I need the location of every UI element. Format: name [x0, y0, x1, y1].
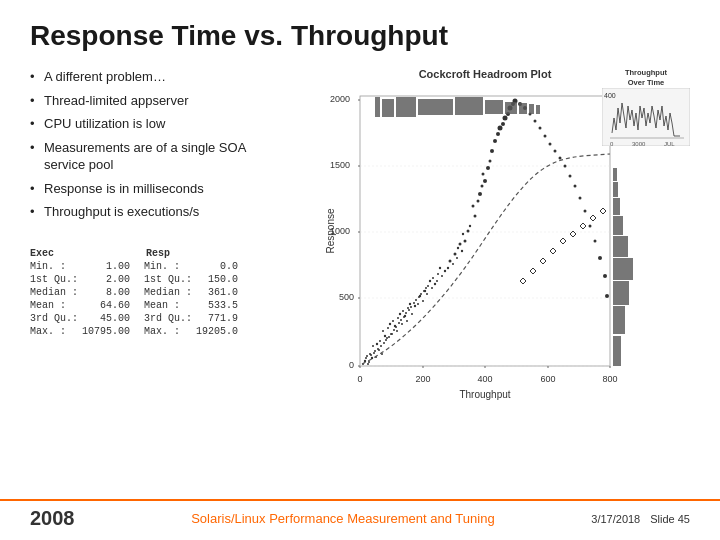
svg-point-113 [569, 175, 572, 178]
svg-point-90 [482, 173, 485, 176]
page-title: Response Time vs. Throughput [30, 20, 690, 52]
stats-row-1: Min. : 1.00 Min. : 0.0 [30, 260, 242, 273]
mini-x-label-mid: 3000 [632, 141, 646, 146]
svg-rect-162 [485, 100, 503, 114]
svg-rect-157 [375, 97, 380, 117]
svg-point-125 [370, 354, 372, 356]
footer-slide: Slide 45 [650, 513, 690, 525]
svg-rect-160 [418, 99, 453, 115]
stats-min-resp-label: Min. : [134, 260, 196, 273]
stats-median-exec-label: Median : [30, 286, 82, 299]
svg-point-30 [367, 363, 369, 365]
svg-point-48 [396, 330, 398, 332]
stats-row-2: 1st Qu.: 2.00 1st Qu.: 150.0 [30, 273, 242, 286]
stats-mean-resp-val: 533.5 [196, 299, 242, 312]
svg-point-55 [411, 313, 413, 315]
svg-text:1500: 1500 [330, 160, 350, 170]
svg-point-62 [429, 280, 431, 282]
svg-point-108 [544, 135, 547, 138]
svg-point-136 [398, 322, 400, 324]
svg-point-45 [392, 320, 394, 322]
svg-point-89 [483, 179, 487, 183]
left-panel: A different problem… Thread-limited apps… [30, 68, 270, 416]
svg-point-83 [469, 225, 471, 227]
svg-point-46 [397, 317, 399, 319]
svg-point-97 [501, 122, 505, 126]
svg-rect-152 [613, 236, 628, 257]
svg-point-91 [486, 166, 490, 170]
stats-3rdqu-resp-val: 771.9 [196, 312, 242, 325]
svg-point-121 [605, 294, 609, 298]
svg-point-28 [366, 355, 368, 357]
svg-point-71 [444, 270, 446, 272]
svg-point-86 [477, 200, 480, 203]
stats-row-4: Mean : 64.60 Mean : 533.5 [30, 299, 242, 312]
svg-text:2000: 2000 [330, 94, 350, 104]
svg-point-61 [427, 285, 429, 287]
svg-point-49 [401, 323, 403, 325]
svg-point-124 [368, 361, 370, 363]
stats-mean-exec-label: Mean : [30, 299, 82, 312]
svg-point-87 [478, 192, 482, 196]
stats-min-exec-val: 1.00 [82, 260, 134, 273]
svg-point-94 [493, 139, 497, 143]
svg-point-40 [387, 327, 389, 329]
svg-rect-164 [519, 103, 527, 114]
stats-1stqu-resp-label: 1st Qu.: [134, 273, 196, 286]
svg-point-129 [380, 345, 382, 347]
stats-table: Exec Resp Min. : 1.00 Min. : 0.0 1st Qu.… [30, 247, 270, 338]
svg-point-120 [603, 274, 607, 278]
mini-x-label-end: JUL [664, 141, 675, 146]
svg-point-88 [481, 185, 484, 188]
svg-point-139 [405, 312, 407, 314]
svg-point-123 [365, 357, 367, 359]
svg-point-96 [498, 126, 503, 131]
svg-point-58 [417, 303, 419, 305]
svg-point-39 [382, 330, 384, 332]
svg-point-141 [410, 306, 412, 308]
svg-point-146 [423, 290, 425, 292]
stats-row-5: 3rd Qu.: 45.00 3rd Qu.: 771.9 [30, 312, 242, 325]
svg-rect-159 [396, 97, 416, 117]
svg-point-67 [437, 273, 439, 275]
svg-rect-150 [613, 281, 629, 305]
svg-point-119 [598, 256, 602, 260]
svg-point-95 [496, 132, 500, 136]
stats-1stqu-resp-val: 150.0 [196, 273, 242, 286]
svg-point-66 [432, 277, 434, 279]
svg-point-116 [584, 210, 587, 213]
svg-point-111 [559, 157, 562, 160]
svg-point-73 [447, 267, 449, 269]
svg-point-70 [441, 275, 443, 277]
stats-1stqu-exec-label: 1st Qu.: [30, 273, 82, 286]
svg-rect-149 [613, 306, 625, 334]
footer-info: 3/17/2018 Slide 45 [591, 513, 690, 525]
svg-rect-151 [613, 258, 633, 280]
svg-point-92 [489, 160, 492, 163]
svg-text:1000: 1000 [330, 226, 350, 236]
svg-point-53 [409, 303, 411, 305]
svg-rect-155 [613, 182, 618, 197]
mini-chart-title: ThroughputOver Time [602, 68, 690, 88]
bullet-4: Measurements are of a single SOA service… [30, 139, 270, 174]
svg-point-114 [574, 185, 577, 188]
stats-row-3: Median : 8.00 Median : 361.0 [30, 286, 242, 299]
stats-max-exec-val: 10795.00 [82, 325, 134, 338]
svg-point-137 [400, 319, 402, 321]
svg-point-69 [436, 280, 438, 282]
svg-point-128 [378, 349, 380, 351]
footer-year: 2008 [30, 507, 75, 530]
svg-point-54 [406, 320, 408, 322]
svg-point-72 [449, 260, 452, 263]
svg-point-75 [454, 253, 457, 256]
svg-rect-161 [455, 97, 483, 115]
svg-point-79 [461, 250, 463, 252]
svg-point-56 [414, 305, 416, 307]
svg-point-77 [459, 243, 462, 246]
svg-rect-158 [382, 99, 394, 117]
svg-rect-153 [613, 216, 623, 235]
svg-point-143 [415, 299, 417, 301]
svg-point-34 [376, 343, 378, 345]
svg-point-140 [408, 309, 410, 311]
stats-median-resp-val: 361.0 [196, 286, 242, 299]
